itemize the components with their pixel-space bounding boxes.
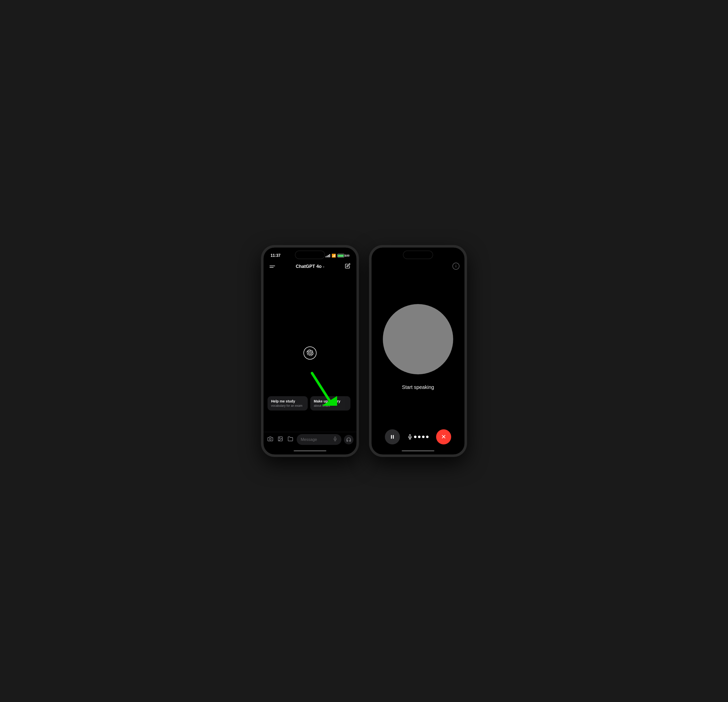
start-speaking-label: Start speaking: [402, 384, 434, 390]
battery-percent: 100: [345, 254, 350, 257]
voice-circle: [383, 304, 453, 374]
status-icons: 📶 100: [326, 254, 350, 258]
message-placeholder: Message: [301, 437, 317, 442]
battery-icon: 100: [337, 254, 350, 257]
suggestion-chip-1[interactable]: Help me study vocabulary for an exam: [267, 396, 308, 411]
signal-icon: [326, 254, 330, 257]
voice-mode-button[interactable]: [344, 435, 354, 444]
edit-button[interactable]: [344, 262, 351, 271]
camera-button[interactable]: [267, 435, 274, 444]
microphone-icon[interactable]: [333, 437, 337, 443]
openai-logo: [303, 346, 316, 359]
svg-point-4: [279, 438, 280, 438]
wifi-icon: 📶: [332, 254, 336, 258]
phone-1-screen: 11:37 📶 100: [263, 248, 357, 454]
message-input[interactable]: Message: [297, 434, 341, 445]
close-voice-button[interactable]: ✕: [436, 430, 451, 444]
phone-2-screen: i Start speaking: [371, 248, 465, 454]
menu-button[interactable]: [269, 265, 276, 269]
chat-header: ChatGPT 4o ›: [263, 260, 357, 274]
close-icon: ✕: [441, 434, 446, 440]
chip-1-subtitle: vocabulary for an exam: [271, 404, 304, 408]
activity-dot-4: [426, 435, 429, 438]
chip-1-title: Help me study: [271, 399, 304, 403]
voice-body: Start speaking: [371, 270, 465, 424]
pause-button[interactable]: [385, 430, 400, 444]
dynamic-island: [295, 251, 325, 259]
input-bar: Message: [263, 432, 357, 447]
svg-rect-7: [391, 435, 392, 439]
mic-activity: [407, 434, 429, 440]
svg-rect-8: [393, 435, 394, 439]
phone-2: i Start speaking: [369, 245, 467, 457]
phone-1: 11:37 📶 100: [261, 245, 359, 457]
activity-dot-1: [414, 435, 416, 438]
info-button[interactable]: i: [452, 262, 459, 270]
home-indicator-2: [371, 447, 465, 454]
activity-dot-2: [418, 435, 420, 438]
dynamic-island-2: [403, 251, 433, 259]
chat-body: Help me study vocabulary for an exam Mak…: [263, 274, 357, 432]
green-arrow: [307, 370, 337, 407]
activity-dot-3: [422, 435, 425, 438]
status-time: 11:37: [270, 253, 280, 258]
svg-line-1: [312, 373, 329, 401]
svg-point-2: [269, 438, 271, 440]
home-indicator: [263, 447, 357, 454]
chat-title-text: ChatGPT 4o: [296, 264, 322, 269]
voice-controls: ✕: [371, 424, 465, 447]
chat-title[interactable]: ChatGPT 4o ›: [296, 264, 324, 269]
chevron-right-icon: ›: [323, 265, 324, 269]
mic-icon: [407, 434, 413, 440]
info-icon: i: [455, 264, 456, 268]
photo-button[interactable]: [277, 435, 284, 444]
folder-button[interactable]: [287, 435, 294, 444]
